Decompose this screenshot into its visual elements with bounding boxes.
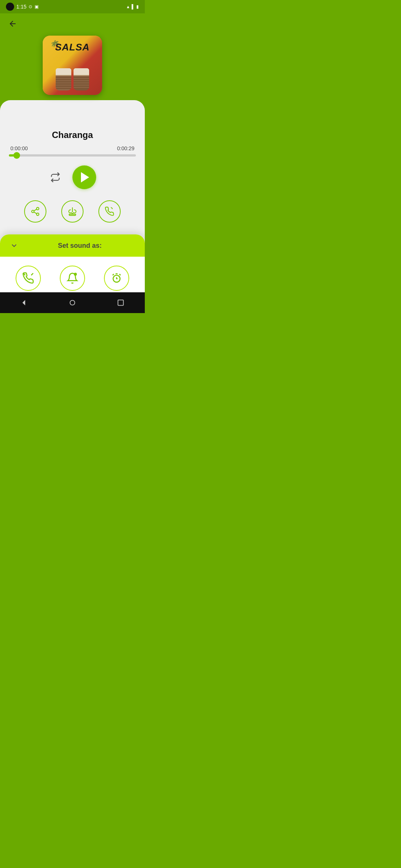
sd-icon: ▣ — [35, 4, 39, 9]
drums-container — [56, 68, 89, 91]
svg-point-2 — [36, 213, 39, 216]
repeat-button[interactable] — [49, 171, 62, 184]
repeat-icon — [50, 172, 61, 183]
top-bar — [0, 13, 145, 34]
play-button[interactable] — [72, 165, 96, 189]
status-bar: 1:15 ⊙ ▣ — [0, 0, 145, 13]
drum-right — [74, 68, 89, 91]
collapse-button[interactable] — [9, 240, 19, 251]
drum-body-left — [56, 76, 71, 89]
ringtone-icon — [22, 272, 34, 284]
download-button[interactable] — [61, 200, 84, 223]
nav-home-icon — [68, 299, 76, 307]
notification-icon — [66, 272, 78, 284]
svg-line-8 — [119, 274, 120, 275]
share-button[interactable] — [24, 200, 46, 223]
track-title: Charanga — [9, 130, 136, 140]
nav-back-icon — [20, 299, 28, 307]
drum-body-right — [74, 76, 89, 89]
wifi-icon — [126, 4, 130, 9]
back-button[interactable] — [7, 19, 18, 29]
nav-recents-button[interactable] — [113, 295, 128, 310]
bottom-sheet-header: Set sound as: — [0, 234, 145, 257]
back-arrow-icon — [8, 19, 17, 28]
action-row — [9, 200, 136, 223]
time-row: 0:00:00 0:00:29 — [9, 145, 136, 151]
download-icon — [68, 207, 77, 216]
salsa-text: SALSA — [55, 42, 89, 53]
drum-head-right — [74, 68, 89, 76]
album-art-inner: 🌴 SALSA — [43, 36, 102, 95]
nav-bar — [0, 292, 145, 313]
nav-home-button[interactable] — [65, 295, 80, 310]
share-icon — [30, 207, 40, 216]
nav-back-button[interactable] — [17, 295, 32, 310]
progress-thumb[interactable] — [13, 152, 20, 159]
svg-point-10 — [70, 300, 75, 305]
play-icon — [81, 172, 89, 183]
controls-row — [9, 165, 136, 189]
alarm-icon-circle — [104, 266, 129, 291]
svg-point-5 — [74, 273, 77, 276]
svg-rect-11 — [118, 300, 124, 306]
album-art: 🌴 SALSA — [43, 36, 102, 95]
svg-point-1 — [32, 210, 34, 213]
chevron-down-icon — [10, 241, 18, 250]
status-time: 1:15 — [16, 4, 26, 10]
time-elapsed: 0:00:00 — [10, 145, 28, 151]
sim-icon: ⊙ — [29, 4, 32, 9]
drum-head-left — [56, 68, 71, 76]
svg-line-3 — [34, 212, 36, 214]
status-right — [126, 4, 139, 9]
svg-point-0 — [36, 207, 39, 210]
progress-bar[interactable] — [9, 154, 136, 157]
ringtone-call-button[interactable] — [98, 200, 121, 223]
svg-line-4 — [34, 209, 36, 211]
bottom-sheet-title: Set sound as: — [24, 242, 136, 250]
svg-line-7 — [113, 274, 114, 275]
ringtone-icon-circle — [16, 266, 41, 291]
phone-ring-icon — [105, 207, 114, 216]
signal-icon — [131, 4, 135, 9]
camera-dot — [6, 3, 14, 11]
notification-icon-circle — [60, 266, 85, 291]
battery-icon — [136, 4, 139, 9]
status-left: 1:15 ⊙ ▣ — [6, 3, 39, 11]
svg-marker-9 — [22, 300, 25, 306]
album-art-container: 🌴 SALSA — [0, 36, 145, 95]
drum-left — [56, 68, 71, 91]
nav-recents-icon — [117, 299, 125, 307]
alarm-icon — [111, 272, 123, 284]
time-duration: 0:00:29 — [117, 145, 134, 151]
